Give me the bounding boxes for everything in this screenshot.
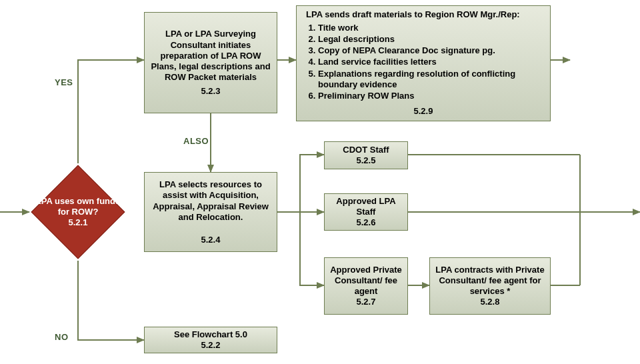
box-528-text: LPA contracts with Private Consultant/ f… [435, 265, 545, 297]
edge-label-also: ALSO [183, 136, 209, 146]
box-529-item: Title work [318, 23, 541, 33]
box-529-list: Title work Legal descriptions Copy of NE… [318, 22, 541, 103]
box-522-ref: 5.2.2 [201, 340, 221, 351]
box-526-ref: 5.2.6 [357, 217, 376, 228]
box-528-ref: 5.2.8 [481, 297, 500, 307]
decision-ref: 5.2.1 [69, 217, 88, 228]
box-529-item: Preliminary ROW Plans [318, 91, 541, 101]
box-528: LPA contracts with Private Consultant/ f… [429, 257, 551, 315]
edge-label-no: NO [55, 332, 69, 342]
box-524: LPA selects resources to assist with Acq… [144, 172, 277, 252]
decision-text: LPA uses own funds for ROW? [29, 196, 127, 218]
box-524-text: LPA selects resources to assist with Acq… [150, 179, 271, 223]
box-525: CDOT Staff 5.2.5 [324, 141, 408, 169]
decision-lpa-funds: LPA uses own funds for ROW? 5.2.1 [29, 163, 127, 261]
box-523: LPA or LPA Surveying Consultant initiate… [144, 12, 277, 113]
box-529-item: Copy of NEPA Clearance Doc signature pg. [318, 45, 541, 56]
box-527-text: Approved Private Consultant/ fee agent [330, 265, 402, 297]
box-523-text: LPA or LPA Surveying Consultant initiate… [150, 29, 271, 83]
box-529-item: Land service facilities letters [318, 57, 541, 67]
box-523-ref: 5.2.3 [201, 86, 221, 97]
box-529-title: LPA sends draft materials to Region ROW … [306, 9, 541, 20]
box-529-item: Legal descriptions [318, 34, 541, 45]
box-522: See Flowchart 5.0 5.2.2 [144, 327, 277, 353]
flowchart-canvas: LPA uses own funds for ROW? 5.2.1 YES AL… [0, 0, 640, 364]
box-529-item: Explanations regarding resolution of con… [318, 69, 541, 91]
box-524-ref: 5.2.4 [201, 235, 221, 245]
edge-label-yes: YES [55, 77, 73, 87]
box-525-ref: 5.2.5 [357, 155, 376, 166]
box-529-ref: 5.2.9 [414, 106, 433, 117]
box-527-ref: 5.2.7 [357, 297, 376, 307]
box-526-text: Approved LPA Staff [330, 196, 402, 218]
box-529: LPA sends draft materials to Region ROW … [296, 5, 551, 121]
box-527: Approved Private Consultant/ fee agent 5… [324, 257, 408, 315]
box-525-text: CDOT Staff [343, 145, 389, 155]
box-522-text: See Flowchart 5.0 [174, 329, 247, 340]
box-526: Approved LPA Staff 5.2.6 [324, 193, 408, 231]
